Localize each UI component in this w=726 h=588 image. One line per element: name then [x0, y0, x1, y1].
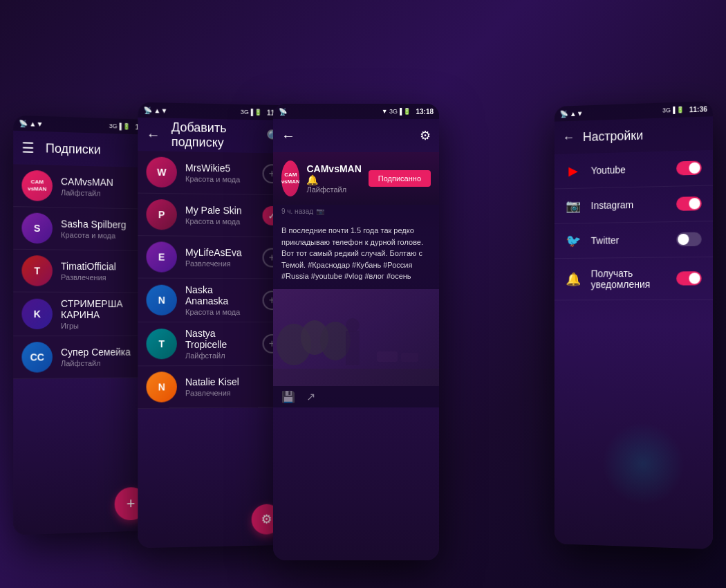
avatar: CAMvsMAN [21, 170, 53, 201]
twitter-icon: 🐦 [565, 233, 581, 248]
item-name: TimatiOfficial [61, 261, 133, 273]
app-bar-add-subscription: ← Добавить подписку 🔍 [138, 118, 290, 154]
avatar: S [21, 212, 53, 244]
avatar: T [147, 329, 177, 359]
back-icon[interactable]: ← [147, 127, 160, 143]
item-category: Красота и мода [61, 230, 150, 240]
phone-settings: 📡 ▲▼ 3G▐ 🔋 11:36 ← Настройки ▶ Youtube [555, 101, 713, 549]
list-item[interactable]: СС Супер Семейка Лайфстайл [13, 336, 158, 379]
subscribe-button[interactable]: Подписанно [369, 170, 431, 187]
list-item[interactable]: S Sasha Spilberg Красота и мода [13, 207, 158, 251]
item-category: Красота и мода [185, 217, 254, 226]
item-category: Игры [61, 322, 150, 330]
status-right-icons-2: 3G▐ 🔋 [241, 109, 262, 116]
settings-icon[interactable]: ⚙ [420, 128, 431, 143]
list-item[interactable]: T TimatiOfficial Развлечения 🔒 [13, 250, 158, 293]
back-icon[interactable]: ← [563, 130, 575, 145]
list-item[interactable]: CAMvsMAN CAMvsMAN Лайфстайл 🔒 [13, 164, 158, 210]
status-right-icons-4: 3G▐ 🔋 [662, 106, 685, 113]
avatar: N [147, 371, 177, 402]
avatar: СС [21, 342, 53, 373]
channel-name: CAMvsMAN 🔔 [306, 163, 361, 185]
item-name: MyLifeAsEva [185, 247, 254, 259]
app-bar-channel: ← ⚙ [273, 119, 439, 152]
list-item[interactable]: K СТРИМЕРША КАРИНА Игры [13, 292, 158, 336]
status-left-icons-4: 📡 ▲▼ [560, 109, 584, 118]
settings-title: Настройки [583, 126, 705, 144]
settings-list: ▶ Youtube 📷 Instagram 🐦 Twitter [555, 150, 713, 301]
status-right-icons-3: ▼ 3G▐ 🔋 [382, 108, 411, 115]
item-category: Лайфстайл [61, 359, 150, 368]
item-category: Развлечения [61, 273, 133, 282]
item-category: Лайфстайл [61, 188, 133, 198]
settings-row-twitter[interactable]: 🐦 Twitter [555, 221, 713, 259]
post-actions: 💾 ↗ [273, 386, 439, 407]
status-bar-phone3: 📡 ▼ 3G▐ 🔋 13:18 [273, 104, 439, 119]
menu-icon[interactable]: ☰ [21, 139, 34, 156]
avatar: E [147, 241, 177, 273]
avatar: K [21, 299, 53, 329]
status-right-icons-1: 3G▐ 🔋 [109, 122, 131, 130]
twitter-toggle[interactable] [676, 232, 702, 247]
channel-avatar: CAMvsMAN [281, 160, 299, 196]
instagram-toggle[interactable] [676, 196, 702, 211]
item-category: Лайфстайл [185, 351, 254, 360]
item-name: Natalie Kisel [185, 376, 281, 388]
share-icon[interactable]: ↗ [306, 390, 315, 403]
list-item[interactable]: W MrsWikie5 Красота и мода + [138, 151, 290, 195]
post-time: 9 ч. назад 📷 [273, 205, 439, 218]
instagram-icon: 📷 [565, 198, 581, 213]
item-name: Naska Ananaska [185, 284, 254, 306]
item-category: Красота и мода [185, 174, 254, 183]
item-category: Красота и мода [185, 308, 254, 316]
back-icon[interactable]: ← [281, 128, 295, 144]
list-item[interactable]: N Natalie Kisel Развлечения [138, 366, 290, 409]
item-name: Sasha Spilberg [61, 218, 150, 230]
add-subscription-title: Добавить подписку [171, 120, 267, 151]
phone-channel: 📡 ▼ 3G▐ 🔋 13:18 ← ⚙ CAMvsMAN CAMvsMAN 🔔 … [273, 104, 439, 560]
post-image [273, 289, 439, 386]
list-item[interactable]: E MyLifeAsEva Развлечения + [138, 236, 290, 279]
item-name: CAMvsMAN [61, 176, 133, 188]
status-left-icons-1: 📡 ▲▼ [19, 119, 43, 127]
twitter-label: Twitter [591, 234, 667, 246]
item-name: My Pale Skin [185, 205, 254, 217]
notification-icon: 🔔 [565, 272, 581, 287]
item-category: Развлечения [185, 388, 281, 397]
subscriptions-title: Подписки [46, 141, 150, 158]
notifications-toggle[interactable] [676, 271, 702, 285]
youtube-label: Youtube [591, 163, 667, 176]
settings-row-youtube[interactable]: ▶ Youtube [555, 150, 713, 190]
add-subscriptions-list: W MrsWikie5 Красота и мода + P My Pale S… [138, 151, 290, 409]
settings-row-instagram[interactable]: 📷 Instagram [555, 185, 713, 223]
list-item[interactable]: N Naska Ananaska Красота и мода + [138, 279, 290, 323]
item-name: Супер Семейка [61, 347, 150, 358]
item-category: Развлечения [185, 259, 254, 268]
item-name: СТРИМЕРША КАРИНА [61, 298, 150, 320]
post-text: В последние почти 1.5 года так редко при… [273, 218, 439, 289]
avatar: T [21, 255, 53, 286]
avatar: P [147, 199, 177, 230]
item-name: MrsWikie5 [185, 162, 254, 174]
youtube-toggle[interactable] [676, 160, 702, 175]
phone-add-subscription: 📡 ▲▼ 3G▐ 🔋 11:37 ← Добавить подписку 🔍 W [138, 102, 290, 549]
notifications-label: Получать уведомления [591, 268, 667, 291]
app-bar-subscriptions: ☰ Подписки [13, 131, 158, 168]
status-left-icons-2: 📡 ▲▼ [143, 106, 167, 114]
youtube-icon: ▶ [565, 163, 581, 178]
settings-row-notifications[interactable]: 🔔 Получать уведомления [555, 257, 713, 301]
instagram-label: Instagram [591, 199, 667, 211]
status-time-4: 11:36 [689, 105, 707, 113]
avatar: W [147, 156, 177, 187]
settings-app-bar: ← Настройки [555, 116, 713, 154]
status-time-3: 13:18 [416, 108, 434, 116]
avatar: N [147, 285, 177, 315]
list-item[interactable]: P My Pale Skin Красота и мода ✓ [138, 194, 290, 237]
list-item[interactable]: T Nastya Tropicelle Лайфстайл + [138, 322, 290, 366]
phone-subscriptions: 📡 ▲▼ 3G▐ 🔋 11:36 ☰ Подписки CAMvsMAN CAM… [13, 116, 158, 535]
decorative-glow [602, 421, 685, 506]
subscriptions-list: CAMvsMAN CAMvsMAN Лайфстайл 🔒 S Sasha Sp… [13, 164, 158, 379]
channel-type: Лайфстайл [306, 185, 361, 194]
status-left-icons-3: 📡 [279, 108, 287, 116]
save-icon[interactable]: 💾 [281, 390, 295, 403]
